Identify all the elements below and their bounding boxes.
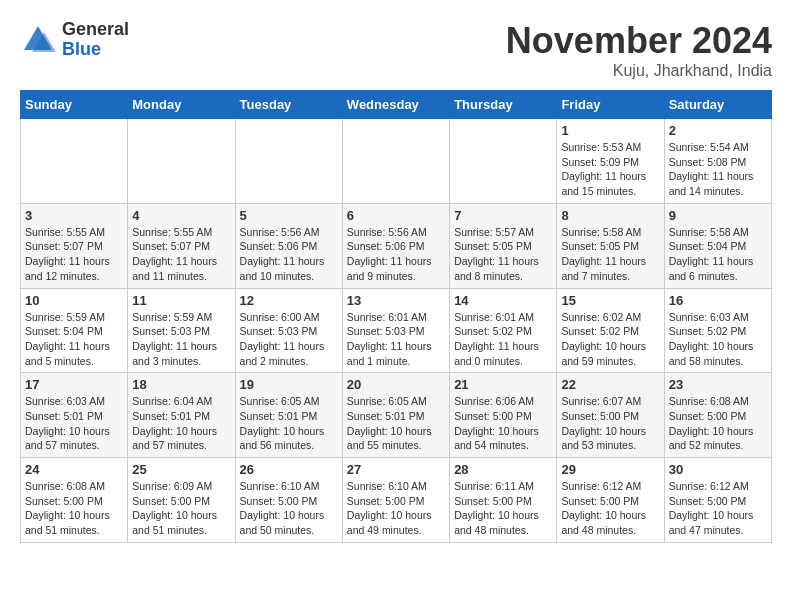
calendar-header-row: SundayMondayTuesdayWednesdayThursdayFrid… — [21, 91, 772, 119]
calendar-day-header: Sunday — [21, 91, 128, 119]
day-number: 7 — [454, 208, 552, 223]
calendar-week-row: 1Sunrise: 5:53 AM Sunset: 5:09 PM Daylig… — [21, 119, 772, 204]
day-number: 4 — [132, 208, 230, 223]
calendar-day-cell: 27Sunrise: 6:10 AM Sunset: 5:00 PM Dayli… — [342, 458, 449, 543]
calendar-day-header: Tuesday — [235, 91, 342, 119]
day-info: Sunrise: 6:01 AM Sunset: 5:02 PM Dayligh… — [454, 310, 552, 369]
calendar-header: SundayMondayTuesdayWednesdayThursdayFrid… — [21, 91, 772, 119]
day-number: 22 — [561, 377, 659, 392]
day-info: Sunrise: 6:03 AM Sunset: 5:01 PM Dayligh… — [25, 394, 123, 453]
calendar-day-header: Friday — [557, 91, 664, 119]
day-info: Sunrise: 5:59 AM Sunset: 5:03 PM Dayligh… — [132, 310, 230, 369]
day-number: 26 — [240, 462, 338, 477]
month-title: November 2024 — [506, 20, 772, 62]
day-info: Sunrise: 6:01 AM Sunset: 5:03 PM Dayligh… — [347, 310, 445, 369]
day-number: 3 — [25, 208, 123, 223]
day-number: 23 — [669, 377, 767, 392]
day-number: 11 — [132, 293, 230, 308]
day-number: 25 — [132, 462, 230, 477]
day-number: 29 — [561, 462, 659, 477]
calendar-day-cell: 9Sunrise: 5:58 AM Sunset: 5:04 PM Daylig… — [664, 203, 771, 288]
calendar-day-header: Monday — [128, 91, 235, 119]
day-info: Sunrise: 6:02 AM Sunset: 5:02 PM Dayligh… — [561, 310, 659, 369]
calendar-day-cell: 1Sunrise: 5:53 AM Sunset: 5:09 PM Daylig… — [557, 119, 664, 204]
day-number: 28 — [454, 462, 552, 477]
day-info: Sunrise: 6:06 AM Sunset: 5:00 PM Dayligh… — [454, 394, 552, 453]
calendar-table: SundayMondayTuesdayWednesdayThursdayFrid… — [20, 90, 772, 543]
calendar-day-cell: 12Sunrise: 6:00 AM Sunset: 5:03 PM Dayli… — [235, 288, 342, 373]
day-info: Sunrise: 6:08 AM Sunset: 5:00 PM Dayligh… — [669, 394, 767, 453]
calendar-day-cell: 13Sunrise: 6:01 AM Sunset: 5:03 PM Dayli… — [342, 288, 449, 373]
day-info: Sunrise: 5:55 AM Sunset: 5:07 PM Dayligh… — [25, 225, 123, 284]
calendar-week-row: 17Sunrise: 6:03 AM Sunset: 5:01 PM Dayli… — [21, 373, 772, 458]
calendar-week-row: 24Sunrise: 6:08 AM Sunset: 5:00 PM Dayli… — [21, 458, 772, 543]
day-info: Sunrise: 5:58 AM Sunset: 5:04 PM Dayligh… — [669, 225, 767, 284]
title-area: November 2024 Kuju, Jharkhand, India — [506, 20, 772, 80]
calendar-day-cell: 23Sunrise: 6:08 AM Sunset: 5:00 PM Dayli… — [664, 373, 771, 458]
calendar-day-cell: 21Sunrise: 6:06 AM Sunset: 5:00 PM Dayli… — [450, 373, 557, 458]
page-header: General Blue November 2024 Kuju, Jharkha… — [20, 20, 772, 80]
day-number: 2 — [669, 123, 767, 138]
day-info: Sunrise: 6:05 AM Sunset: 5:01 PM Dayligh… — [347, 394, 445, 453]
day-number: 21 — [454, 377, 552, 392]
calendar-week-row: 3Sunrise: 5:55 AM Sunset: 5:07 PM Daylig… — [21, 203, 772, 288]
day-info: Sunrise: 6:10 AM Sunset: 5:00 PM Dayligh… — [240, 479, 338, 538]
calendar-day-cell: 2Sunrise: 5:54 AM Sunset: 5:08 PM Daylig… — [664, 119, 771, 204]
day-number: 17 — [25, 377, 123, 392]
day-info: Sunrise: 6:07 AM Sunset: 5:00 PM Dayligh… — [561, 394, 659, 453]
day-info: Sunrise: 6:03 AM Sunset: 5:02 PM Dayligh… — [669, 310, 767, 369]
logo-general-text: General — [62, 20, 129, 40]
day-number: 12 — [240, 293, 338, 308]
day-number: 18 — [132, 377, 230, 392]
calendar-day-header: Saturday — [664, 91, 771, 119]
day-info: Sunrise: 5:56 AM Sunset: 5:06 PM Dayligh… — [240, 225, 338, 284]
day-info: Sunrise: 6:09 AM Sunset: 5:00 PM Dayligh… — [132, 479, 230, 538]
day-number: 6 — [347, 208, 445, 223]
calendar-day-cell: 4Sunrise: 5:55 AM Sunset: 5:07 PM Daylig… — [128, 203, 235, 288]
calendar-day-cell: 24Sunrise: 6:08 AM Sunset: 5:00 PM Dayli… — [21, 458, 128, 543]
day-number: 16 — [669, 293, 767, 308]
day-info: Sunrise: 5:58 AM Sunset: 5:05 PM Dayligh… — [561, 225, 659, 284]
day-number: 20 — [347, 377, 445, 392]
calendar-day-cell: 7Sunrise: 5:57 AM Sunset: 5:05 PM Daylig… — [450, 203, 557, 288]
day-info: Sunrise: 5:53 AM Sunset: 5:09 PM Dayligh… — [561, 140, 659, 199]
calendar-day-cell: 30Sunrise: 6:12 AM Sunset: 5:00 PM Dayli… — [664, 458, 771, 543]
calendar-day-cell: 15Sunrise: 6:02 AM Sunset: 5:02 PM Dayli… — [557, 288, 664, 373]
calendar-day-cell — [21, 119, 128, 204]
day-number: 13 — [347, 293, 445, 308]
day-number: 1 — [561, 123, 659, 138]
day-number: 9 — [669, 208, 767, 223]
calendar-day-cell: 29Sunrise: 6:12 AM Sunset: 5:00 PM Dayli… — [557, 458, 664, 543]
calendar-day-cell: 26Sunrise: 6:10 AM Sunset: 5:00 PM Dayli… — [235, 458, 342, 543]
logo-blue-text: Blue — [62, 40, 129, 60]
calendar-day-cell: 22Sunrise: 6:07 AM Sunset: 5:00 PM Dayli… — [557, 373, 664, 458]
calendar-day-header: Wednesday — [342, 91, 449, 119]
day-number: 8 — [561, 208, 659, 223]
day-number: 19 — [240, 377, 338, 392]
calendar-day-cell: 8Sunrise: 5:58 AM Sunset: 5:05 PM Daylig… — [557, 203, 664, 288]
location-text: Kuju, Jharkhand, India — [506, 62, 772, 80]
calendar-day-cell: 10Sunrise: 5:59 AM Sunset: 5:04 PM Dayli… — [21, 288, 128, 373]
day-info: Sunrise: 5:56 AM Sunset: 5:06 PM Dayligh… — [347, 225, 445, 284]
day-info: Sunrise: 6:12 AM Sunset: 5:00 PM Dayligh… — [561, 479, 659, 538]
calendar-day-cell: 16Sunrise: 6:03 AM Sunset: 5:02 PM Dayli… — [664, 288, 771, 373]
day-info: Sunrise: 6:10 AM Sunset: 5:00 PM Dayligh… — [347, 479, 445, 538]
calendar-day-cell — [342, 119, 449, 204]
calendar-day-cell: 19Sunrise: 6:05 AM Sunset: 5:01 PM Dayli… — [235, 373, 342, 458]
day-info: Sunrise: 6:00 AM Sunset: 5:03 PM Dayligh… — [240, 310, 338, 369]
calendar-day-cell: 11Sunrise: 5:59 AM Sunset: 5:03 PM Dayli… — [128, 288, 235, 373]
day-info: Sunrise: 6:04 AM Sunset: 5:01 PM Dayligh… — [132, 394, 230, 453]
day-number: 24 — [25, 462, 123, 477]
logo-text: General Blue — [62, 20, 129, 60]
day-info: Sunrise: 6:12 AM Sunset: 5:00 PM Dayligh… — [669, 479, 767, 538]
calendar-day-cell: 6Sunrise: 5:56 AM Sunset: 5:06 PM Daylig… — [342, 203, 449, 288]
calendar-day-cell: 5Sunrise: 5:56 AM Sunset: 5:06 PM Daylig… — [235, 203, 342, 288]
day-info: Sunrise: 5:55 AM Sunset: 5:07 PM Dayligh… — [132, 225, 230, 284]
calendar-day-header: Thursday — [450, 91, 557, 119]
day-number: 27 — [347, 462, 445, 477]
day-info: Sunrise: 5:59 AM Sunset: 5:04 PM Dayligh… — [25, 310, 123, 369]
day-number: 30 — [669, 462, 767, 477]
calendar-body: 1Sunrise: 5:53 AM Sunset: 5:09 PM Daylig… — [21, 119, 772, 543]
day-number: 14 — [454, 293, 552, 308]
logo: General Blue — [20, 20, 129, 60]
